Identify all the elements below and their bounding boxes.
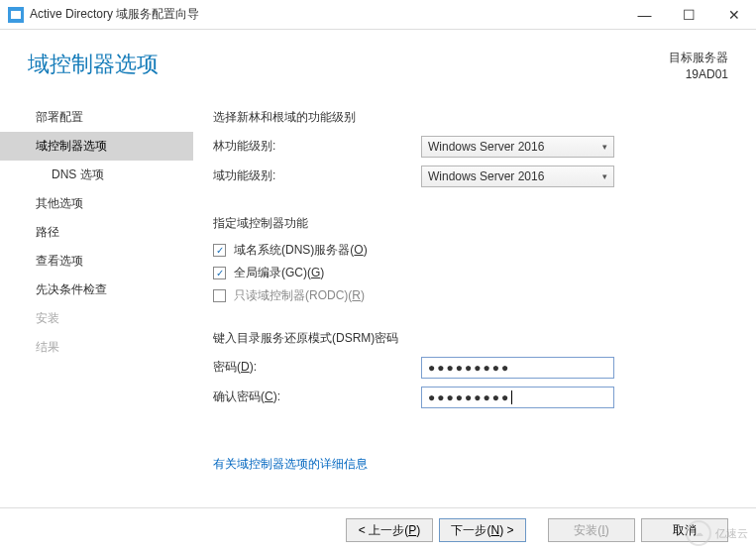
checkbox-gc-label: 全局编录(GC)(G) xyxy=(234,265,324,281)
checkbox-dns-label: 域名系统(DNS)服务器(O) xyxy=(234,242,368,259)
sidebar-item-install: 安装 xyxy=(0,304,193,333)
checkbox-gc[interactable] xyxy=(213,267,226,279)
window-controls: — ☐ ✕ xyxy=(622,0,756,30)
window-title: Active Directory 域服务配置向导 xyxy=(30,6,199,23)
sidebar-item-prereq[interactable]: 先决条件检查 xyxy=(0,276,193,304)
domain-level-value: Windows Server 2016 xyxy=(428,169,544,183)
checkbox-rodc xyxy=(213,289,226,302)
content: 选择新林和根域的功能级别 林功能级别: Windows Server 2016 … xyxy=(193,99,756,515)
checkbox-gc-row[interactable]: 全局编录(GC)(G) xyxy=(213,265,728,281)
target-value: 19AD01 xyxy=(669,66,728,83)
password-input[interactable]: ●●●●●●●●● xyxy=(421,357,614,379)
password-label: 密码(D): xyxy=(213,359,421,376)
next-button[interactable]: 下一步(N) > xyxy=(439,518,526,542)
titlebar: Active Directory 域服务配置向导 — ☐ ✕ xyxy=(0,0,756,30)
forest-level-dropdown[interactable]: Windows Server 2016 ▾ xyxy=(421,136,614,158)
sidebar-item-paths[interactable]: 路径 xyxy=(0,218,193,247)
sidebar-item-review[interactable]: 查看选项 xyxy=(0,247,193,276)
minimize-button[interactable]: — xyxy=(622,0,667,30)
chevron-down-icon: ▾ xyxy=(602,171,607,181)
sidebar-item-dc-options[interactable]: 域控制器选项 xyxy=(0,132,193,161)
close-button[interactable]: ✕ xyxy=(711,0,756,30)
app-icon xyxy=(8,7,24,23)
chevron-down-icon: ▾ xyxy=(602,142,607,152)
target-label: 目标服务器 xyxy=(669,50,728,66)
checkbox-dns-row[interactable]: 域名系统(DNS)服务器(O) xyxy=(213,242,728,259)
body: 部署配置 域控制器选项 DNS 选项 其他选项 路径 查看选项 先决条件检查 安… xyxy=(0,99,756,515)
forest-level-value: Windows Server 2016 xyxy=(428,140,544,154)
domain-level-label: 域功能级别: xyxy=(213,167,421,184)
sidebar-item-results: 结果 xyxy=(0,333,193,362)
confirm-password-input[interactable]: ●●●●●●●●● xyxy=(421,387,614,408)
confirm-password-label: 确认密码(C): xyxy=(213,388,421,405)
previous-button[interactable]: < 上一步(P) xyxy=(346,518,433,542)
cloud-icon: ☁ xyxy=(686,520,711,546)
checkbox-dns[interactable] xyxy=(213,244,226,257)
maximize-button[interactable]: ☐ xyxy=(667,0,711,30)
sidebar-item-deploy[interactable]: 部署配置 xyxy=(0,103,193,132)
more-info-link[interactable]: 有关域控制器选项的详细信息 xyxy=(213,456,368,473)
sidebar-item-other[interactable]: 其他选项 xyxy=(0,189,193,218)
target-server: 目标服务器 19AD01 xyxy=(669,50,728,83)
checkbox-rodc-label: 只读域控制器(RODC)(R) xyxy=(234,287,365,304)
footer: < 上一步(P) 下一步(N) > 安装(I) 取消 xyxy=(346,518,728,542)
sidebar: 部署配置 域控制器选项 DNS 选项 其他选项 路径 查看选项 先决条件检查 安… xyxy=(0,99,193,515)
install-button: 安装(I) xyxy=(548,518,635,542)
checkbox-rodc-row: 只读域控制器(RODC)(R) xyxy=(213,287,728,304)
footer-divider xyxy=(0,507,756,508)
sidebar-item-dns[interactable]: DNS 选项 xyxy=(0,161,193,189)
section-capabilities: 指定域控制器功能 xyxy=(213,215,728,232)
watermark-text: 亿速云 xyxy=(715,526,748,541)
domain-level-dropdown[interactable]: Windows Server 2016 ▾ xyxy=(421,166,614,187)
forest-level-label: 林功能级别: xyxy=(213,138,421,155)
header: 域控制器选项 目标服务器 19AD01 xyxy=(0,30,756,99)
page-title: 域控制器选项 xyxy=(28,50,159,79)
section-dsrm: 键入目录服务还原模式(DSRM)密码 xyxy=(213,330,728,347)
watermark: ☁ 亿速云 xyxy=(686,520,748,546)
section-functional-levels: 选择新林和根域的功能级别 xyxy=(213,109,728,126)
